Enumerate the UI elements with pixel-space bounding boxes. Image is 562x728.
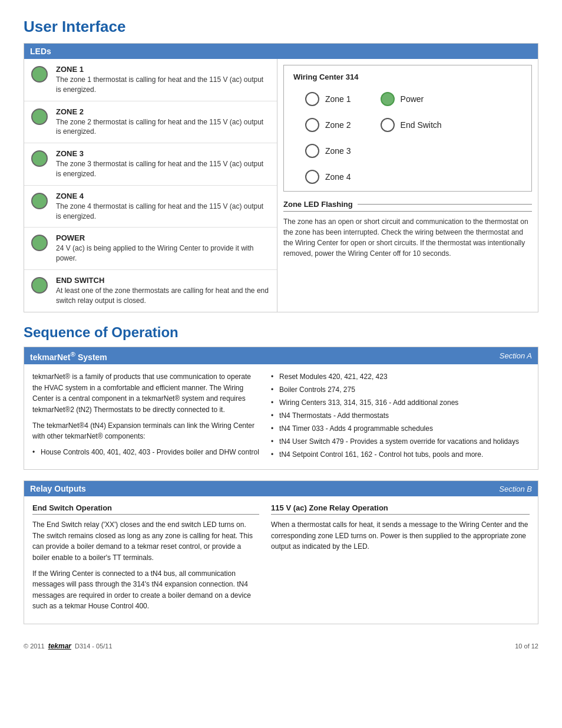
tekmarnet-right-bullet-0: Reset Modules 420, 421, 422, 423 — [271, 371, 530, 382]
tekmarnet-left-bullets: House Controls 400, 401, 402, 403 - Prov… — [32, 447, 259, 457]
relay-right-col: 115 V (ac) Zone Relay Operation When a t… — [271, 503, 530, 617]
zone-led-text: The zone has an open or short circuit an… — [283, 216, 532, 259]
wiring-diagram: Zone 1 Zone 2 Zone 3 Zone 4 — [293, 92, 522, 184]
tekmarnet-left-bullet-0: House Controls 400, 401, 402, 403 - Prov… — [32, 447, 259, 457]
wiring-power-label: Power — [401, 94, 424, 104]
leds-section: LEDs ZONE 1 The zone 1 thermostat is cal… — [24, 43, 538, 312]
led-row: ZONE 1 The zone 1 thermostat is calling … — [24, 59, 277, 101]
wiring-zone3-label: Zone 3 — [325, 146, 351, 156]
led-text-3: ZONE 4 The zone 4 thermostat is calling … — [56, 192, 270, 222]
end-switch-op-title: End Switch Operation — [32, 503, 259, 515]
wiring-zone2-circle — [305, 118, 319, 132]
wiring-power-circle — [381, 92, 395, 106]
wiring-zone4-label: Zone 4 — [325, 172, 351, 182]
led-circle-5 — [31, 277, 48, 294]
led-label-1: ZONE 2 — [56, 107, 270, 116]
led-circle-2 — [31, 150, 48, 167]
zone-led-flashing: Zone LED Flashing The zone has an open o… — [283, 200, 532, 259]
tekmarnet-right-bullet-1: Boiler Controls 274, 275 — [271, 384, 530, 395]
footer: © 2011 tekmar D314 - 05/11 10 of 12 — [24, 642, 538, 650]
wiring-zone1-circle — [305, 92, 319, 106]
led-desc-1: The zone 2 thermostat is calling for hea… — [56, 117, 270, 137]
right-panel: Wiring Center 314 Zone 1 Zone 2 — [277, 59, 538, 312]
wiring-zone3-circle — [305, 144, 319, 158]
relay-section: Relay Outputs Section B End Switch Opera… — [24, 480, 538, 624]
tekmarnet-para-0: tekmarNet® is a family of products that … — [32, 371, 259, 415]
wiring-zone4-circle — [305, 170, 319, 184]
led-circle-1 — [31, 108, 48, 125]
led-text-0: ZONE 1 The zone 1 thermostat is calling … — [56, 65, 270, 95]
led-desc-0: The zone 1 thermostat is calling for hea… — [56, 75, 270, 95]
page-title: User Interface — [24, 18, 538, 36]
led-label-0: ZONE 1 — [56, 65, 270, 74]
wiring-zone1-label: Zone 1 — [325, 94, 351, 104]
zone-relay-title: 115 V (ac) Zone Relay Operation — [271, 503, 530, 515]
wiring-left-col: Zone 1 Zone 2 Zone 3 Zone 4 — [305, 92, 351, 184]
wiring-end-switch: End Switch — [381, 118, 442, 132]
tekmarnet-right-bullet-4: tN4 Timer 033 - Adds 4 programmable sche… — [271, 423, 530, 434]
led-desc-2: The zone 3 thermostat is calling for hea… — [56, 159, 270, 179]
relay-section-label: Section B — [499, 485, 532, 493]
relay-header-row: Relay Outputs Section B — [24, 481, 538, 496]
led-label-4: POWER — [56, 233, 270, 242]
wiring-zone2-label: Zone 2 — [325, 120, 351, 130]
led-row: ZONE 2 The zone 2 thermostat is calling … — [24, 101, 277, 144]
tekmarnet-right-bullet-2: Wiring Centers 313, 314, 315, 316 - Add … — [271, 397, 530, 408]
led-circle-4 — [31, 235, 48, 251]
tekmarnet-right-bullets: Reset Modules 420, 421, 422, 423Boiler C… — [271, 371, 530, 460]
relay-left-col: End Switch Operation The End Switch rela… — [32, 503, 271, 617]
wiring-zone1: Zone 1 — [305, 92, 351, 106]
led-row: END SWITCH At least one of the zone ther… — [24, 270, 277, 312]
led-text-5: END SWITCH At least one of the zone ther… — [56, 276, 270, 306]
led-circle-3 — [31, 193, 48, 209]
footer-doc-ref: D314 - 05/11 — [75, 643, 113, 650]
footer-page-info: 10 of 12 — [515, 643, 538, 650]
led-row: ZONE 3 The zone 3 thermostat is calling … — [24, 143, 277, 186]
tekmarnet-section-label: Section A — [500, 351, 532, 360]
wiring-center-title: Wiring Center 314 — [293, 73, 522, 81]
end-switch-para-1: If the Wiring Center is connected to a t… — [32, 568, 259, 612]
led-row: POWER 24 V (ac) is being applied to the … — [24, 228, 277, 270]
tekmarnet-para-1: The tekmarNet®4 (tN4) Expansion terminal… — [32, 420, 259, 442]
led-circle-0 — [31, 66, 48, 83]
tekmarnet-header-row: tekmarNet® System Section A — [24, 347, 538, 365]
tekmarnet-section: tekmarNet® System Section A tekmarNet® i… — [24, 347, 538, 470]
leds-table: ZONE 1 The zone 1 thermostat is calling … — [24, 59, 277, 312]
wiring-zone4: Zone 4 — [305, 170, 351, 184]
wiring-power: Power — [381, 92, 442, 106]
wiring-right-col: Power End Switch — [381, 92, 442, 184]
led-text-2: ZONE 3 The zone 3 thermostat is calling … — [56, 149, 270, 179]
relay-content: End Switch Operation The End Switch rela… — [24, 496, 538, 624]
led-label-5: END SWITCH — [56, 276, 270, 285]
tekmarnet-right-bullet-3: tN4 Thermostats - Add thermostats — [271, 410, 530, 421]
led-text-1: ZONE 2 The zone 2 thermostat is calling … — [56, 107, 270, 137]
tekmarnet-right-bullet-6: tN4 Setpoint Control 161, 162 - Control … — [271, 449, 530, 460]
led-desc-3: The zone 4 thermostat is calling for hea… — [56, 202, 270, 222]
tekmarnet-content: tekmarNet® is a family of products that … — [24, 364, 538, 469]
tekmarnet-right-bullet-5: tN4 User Switch 479 - Provides a system … — [271, 436, 530, 447]
wiring-end-switch-label: End Switch — [401, 120, 442, 130]
led-desc-5: At least one of the zone thermostats are… — [56, 286, 270, 306]
led-row: ZONE 4 The zone 4 thermostat is calling … — [24, 186, 277, 228]
wiring-center-box: Wiring Center 314 Zone 1 Zone 2 — [283, 65, 532, 192]
tekmarnet-header-label: tekmarNet® System — [30, 350, 107, 362]
seq-title: Sequence of Operation — [24, 324, 538, 341]
relay-header-label: Relay Outputs — [30, 484, 86, 493]
wiring-zone2: Zone 2 — [305, 118, 351, 132]
wiring-zone3: Zone 3 — [305, 144, 351, 158]
led-text-4: POWER 24 V (ac) is being applied to the … — [56, 233, 270, 263]
footer-left: © 2011 tekmar D314 - 05/11 — [24, 642, 113, 650]
wiring-end-switch-circle — [381, 118, 395, 132]
led-label-2: ZONE 3 — [56, 149, 270, 158]
end-switch-para-0: The End Switch relay ('XX') closes and t… — [32, 519, 259, 563]
footer-copyright: © 2011 — [24, 643, 45, 650]
zone-relay-text: When a thermostat calls for heat, it sen… — [271, 519, 530, 552]
leds-header: LEDs — [24, 44, 538, 59]
tekmarnet-left-col: tekmarNet® is a family of products that … — [32, 371, 271, 462]
led-desc-4: 24 V (ac) is being applied to the Wiring… — [56, 243, 270, 263]
zone-led-title: Zone LED Flashing — [283, 200, 532, 212]
footer-brand: tekmar — [48, 642, 71, 650]
led-label-3: ZONE 4 — [56, 192, 270, 200]
tekmarnet-right-col: Reset Modules 420, 421, 422, 423Boiler C… — [271, 371, 530, 462]
